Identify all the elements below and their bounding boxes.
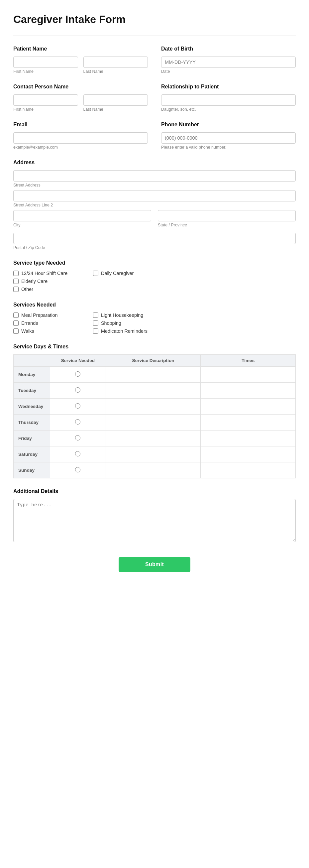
schedule-desc-sunday-input[interactable] — [110, 465, 197, 475]
schedule-desc-tuesday-input[interactable] — [110, 385, 197, 396]
schedule-radio-thursday[interactable] — [75, 419, 80, 425]
service-type-daily-checkbox[interactable] — [93, 271, 98, 276]
city-state-row: City State / Province — [13, 210, 296, 230]
schedule-radio-saturday[interactable] — [75, 451, 80, 457]
schedule-times-saturday[interactable] — [201, 446, 296, 462]
service-walks-checkbox[interactable] — [13, 329, 19, 334]
city-input[interactable] — [13, 210, 151, 221]
city-label: City — [13, 223, 151, 227]
patient-firstname-group: First Name — [13, 57, 78, 74]
service-light-housekeeping-checkbox[interactable] — [93, 312, 98, 318]
schedule-row-saturday: Saturday — [13, 446, 296, 462]
address-section: Address Street Address Street Address Li… — [13, 160, 296, 250]
schedule-times-tuesday[interactable] — [201, 383, 296, 399]
schedule-times-thursday[interactable] — [201, 414, 296, 431]
state-group: State / Province — [158, 210, 296, 227]
patient-firstname-input[interactable] — [13, 57, 78, 68]
additional-textarea[interactable] — [13, 499, 296, 542]
state-input[interactable] — [158, 210, 296, 221]
schedule-radio-sunday[interactable] — [75, 467, 80, 472]
schedule-desc-monday[interactable] — [106, 367, 201, 383]
schedule-day-sunday: Sunday — [13, 462, 50, 478]
schedule-needed-thursday[interactable] — [50, 414, 106, 431]
schedule-title: Service Days & Times — [13, 344, 296, 350]
street2-input[interactable] — [13, 190, 296, 202]
schedule-desc-wednesday-input[interactable] — [110, 401, 197, 411]
schedule-radio-monday[interactable] — [75, 371, 80, 377]
services-row-2: Errands Shopping — [13, 320, 296, 326]
street1-input[interactable] — [13, 170, 296, 182]
schedule-radio-friday[interactable] — [75, 435, 80, 440]
email-group: example@example.com — [13, 132, 148, 150]
schedule-times-saturday-input[interactable] — [205, 449, 291, 459]
schedule-row-monday: Monday — [13, 367, 296, 383]
relationship-field-label: Daughter, son, etc. — [161, 107, 296, 112]
schedule-desc-thursday[interactable] — [106, 414, 201, 431]
schedule-row-tuesday: Tuesday — [13, 383, 296, 399]
schedule-needed-saturday[interactable] — [50, 446, 106, 462]
schedule-radio-tuesday[interactable] — [75, 387, 80, 393]
schedule-desc-thursday-input[interactable] — [110, 417, 197, 428]
service-medication-reminders-label: Medicaton Reminders — [101, 329, 147, 334]
schedule-times-friday-input[interactable] — [205, 433, 291, 443]
schedule-radio-wednesday[interactable] — [75, 403, 80, 409]
schedule-times-wednesday-input[interactable] — [205, 401, 291, 411]
service-type-elderly-checkbox[interactable] — [13, 279, 19, 284]
schedule-desc-tuesday[interactable] — [106, 383, 201, 399]
schedule-times-friday[interactable] — [201, 431, 296, 446]
schedule-needed-monday[interactable] — [50, 367, 106, 383]
patient-name-row: First Name Last Name — [13, 57, 148, 74]
schedule-needed-tuesday[interactable] — [50, 383, 106, 399]
dob-label: Date of Birth — [161, 46, 296, 52]
schedule-needed-friday[interactable] — [50, 431, 106, 446]
schedule-desc-saturday[interactable] — [106, 446, 201, 462]
service-type-grid: 12/24 Hour Shift Care Daily Caregiver El… — [13, 271, 296, 292]
service-type-other-label: Other — [21, 286, 33, 292]
page-title: Caregiver Intake Form — [13, 13, 296, 26]
schedule-needed-sunday[interactable] — [50, 462, 106, 478]
zip-input[interactable] — [13, 233, 296, 244]
schedule-day-tuesday: Tuesday — [13, 383, 50, 399]
schedule-times-tuesday-input[interactable] — [205, 385, 291, 396]
service-type-elderly[interactable]: Elderly Care — [13, 279, 80, 284]
schedule-needed-wednesday[interactable] — [50, 399, 106, 414]
service-medication-reminders-checkbox[interactable] — [93, 329, 98, 334]
schedule-times-monday-input[interactable] — [205, 369, 291, 380]
service-errands-checkbox[interactable] — [13, 320, 19, 326]
services-needed-section: Services Needed Meal Preparation Light H… — [13, 302, 296, 334]
schedule-desc-friday[interactable] — [106, 431, 201, 446]
schedule-desc-friday-input[interactable] — [110, 433, 197, 443]
schedule-times-sunday-input[interactable] — [205, 465, 291, 475]
schedule-desc-saturday-input[interactable] — [110, 449, 197, 459]
submit-button[interactable]: Submit — [118, 557, 191, 572]
schedule-times-thursday-input[interactable] — [205, 417, 291, 428]
contact-firstname-input[interactable] — [13, 94, 78, 106]
schedule-times-wednesday[interactable] — [201, 399, 296, 414]
schedule-times-sunday[interactable] — [201, 462, 296, 478]
schedule-desc-wednesday[interactable] — [106, 399, 201, 414]
service-medication-reminders[interactable]: Medicaton Reminders — [93, 329, 160, 334]
additional-title: Additional Details — [13, 488, 296, 494]
relationship-input[interactable] — [161, 94, 296, 106]
service-shopping-checkbox[interactable] — [93, 320, 98, 326]
service-type-other[interactable]: Other — [13, 286, 80, 292]
service-type-other-checkbox[interactable] — [13, 286, 19, 292]
email-input[interactable] — [13, 132, 148, 144]
service-errands[interactable]: Errands — [13, 320, 80, 326]
service-type-daily[interactable]: Daily Caregiver — [93, 271, 160, 276]
service-walks[interactable]: Walks — [13, 329, 80, 334]
contact-lastname-input[interactable] — [83, 94, 148, 106]
schedule-desc-sunday[interactable] — [106, 462, 201, 478]
dob-input[interactable] — [161, 57, 296, 68]
service-meal-prep-checkbox[interactable] — [13, 312, 19, 318]
service-type-12hr[interactable]: 12/24 Hour Shift Care — [13, 271, 80, 276]
patient-lastname-input[interactable] — [83, 57, 148, 68]
patient-name-label: Patient Name — [13, 46, 148, 52]
service-meal-prep[interactable]: Meal Preparation — [13, 312, 80, 318]
service-shopping[interactable]: Shopping — [93, 320, 160, 326]
schedule-desc-monday-input[interactable] — [110, 369, 197, 380]
schedule-times-monday[interactable] — [201, 367, 296, 383]
service-type-12hr-checkbox[interactable] — [13, 271, 19, 276]
service-light-housekeeping[interactable]: Light Housekeeping — [93, 312, 160, 318]
phone-input[interactable] — [161, 132, 296, 144]
